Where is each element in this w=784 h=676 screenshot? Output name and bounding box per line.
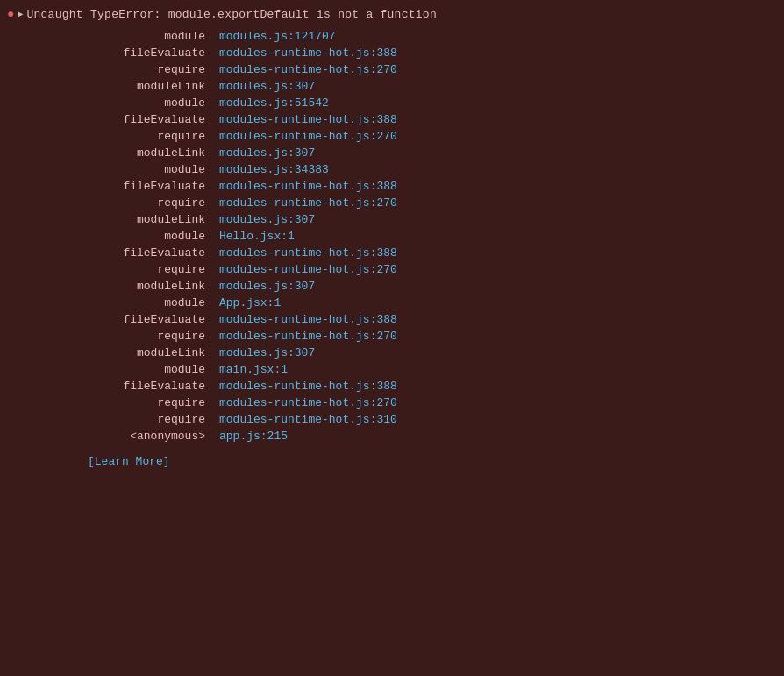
frame-location[interactable]: main.jsx:1 [219, 363, 288, 376]
stack-row: requiremodules-runtime-hot.js:270 [0, 61, 784, 78]
stack-row: modulemain.jsx:1 [0, 361, 784, 378]
console-panel: ● ▶ Uncaught TypeError: module.exportDef… [0, 0, 784, 676]
frame-name: require [88, 196, 219, 210]
frame-name: moduleLink [88, 280, 219, 293]
frame-name: module [88, 296, 219, 310]
frame-location[interactable]: modules-runtime-hot.js:270 [219, 130, 397, 143]
stack-row: fileEvaluatemodules-runtime-hot.js:388 [0, 311, 784, 328]
frame-location[interactable]: modules.js:307 [219, 346, 315, 359]
frame-name: fileEvaluate [88, 113, 219, 126]
stack-trace: modulemodules.js:121707fileEvaluatemodul… [0, 28, 784, 453]
frame-name: fileEvaluate [88, 246, 219, 260]
frame-location[interactable]: modules-runtime-hot.js:388 [219, 113, 397, 126]
frame-name: moduleLink [88, 146, 219, 160]
stack-row: modulemodules.js:51542 [0, 95, 784, 111]
frame-location[interactable]: modules.js:307 [219, 146, 315, 160]
frame-location[interactable]: modules-runtime-hot.js:388 [219, 246, 397, 260]
frame-location[interactable]: modules.js:307 [219, 280, 315, 293]
stack-row: requiremodules-runtime-hot.js:310 [0, 411, 784, 428]
frame-name: require [88, 263, 219, 276]
frame-location[interactable]: modules-runtime-hot.js:388 [219, 380, 397, 393]
stack-row: requiremodules-runtime-hot.js:270 [0, 195, 784, 211]
error-message: Uncaught TypeError: module.exportDefault… [26, 8, 437, 21]
stack-row: <anonymous>app.js:215 [0, 428, 784, 445]
stack-row: fileEvaluatemodules-runtime-hot.js:388 [0, 245, 784, 261]
frame-name: module [88, 363, 219, 376]
stack-row: moduleLinkmodules.js:307 [0, 345, 784, 361]
frame-location[interactable]: modules-runtime-hot.js:270 [219, 263, 397, 276]
frame-location[interactable]: modules-runtime-hot.js:270 [219, 330, 397, 343]
stack-row: modulemodules.js:121707 [0, 28, 784, 45]
learn-more-link[interactable]: [Learn More] [88, 455, 170, 468]
stack-row: requiremodules-runtime-hot.js:270 [0, 128, 784, 145]
frame-location[interactable]: modules-runtime-hot.js:388 [219, 313, 397, 326]
stack-row: fileEvaluatemodules-runtime-hot.js:388 [0, 111, 784, 128]
frame-location[interactable]: modules.js:307 [219, 213, 315, 226]
stack-row: moduleLinkmodules.js:307 [0, 145, 784, 161]
frame-name: module [88, 163, 219, 176]
frame-name: require [88, 130, 219, 143]
frame-name: fileEvaluate [88, 46, 219, 60]
stack-row: requiremodules-runtime-hot.js:270 [0, 328, 784, 345]
frame-location[interactable]: modules-runtime-hot.js:270 [219, 196, 397, 210]
frame-name: fileEvaluate [88, 313, 219, 326]
frame-name: module [88, 230, 219, 243]
frame-name: moduleLink [88, 80, 219, 93]
frame-location[interactable]: App.jsx:1 [219, 296, 281, 310]
frame-location[interactable]: modules-runtime-hot.js:310 [219, 413, 397, 426]
stack-row: moduleLinkmodules.js:307 [0, 278, 784, 295]
frame-location[interactable]: modules.js:51542 [219, 96, 329, 110]
error-header: ● ▶ Uncaught TypeError: module.exportDef… [0, 0, 784, 28]
frame-location[interactable]: modules-runtime-hot.js:388 [219, 46, 397, 60]
frame-name: fileEvaluate [88, 180, 219, 193]
stack-row: requiremodules-runtime-hot.js:270 [0, 395, 784, 411]
frame-location[interactable]: modules-runtime-hot.js:270 [219, 63, 397, 76]
stack-row: fileEvaluatemodules-runtime-hot.js:388 [0, 45, 784, 61]
frame-name: require [88, 330, 219, 343]
frame-location[interactable]: modules.js:307 [219, 80, 315, 93]
learn-more[interactable]: [Learn More] [0, 453, 784, 468]
frame-name: require [88, 413, 219, 426]
error-icon: ● [7, 7, 14, 21]
stack-row: fileEvaluatemodules-runtime-hot.js:388 [0, 178, 784, 195]
frame-location[interactable]: app.js:215 [219, 430, 288, 443]
stack-row: fileEvaluatemodules-runtime-hot.js:388 [0, 378, 784, 395]
frame-name: require [88, 396, 219, 409]
frame-name: moduleLink [88, 213, 219, 226]
stack-row: moduleHello.jsx:1 [0, 228, 784, 245]
frame-name: module [88, 30, 219, 43]
frame-name: moduleLink [88, 346, 219, 359]
frame-location[interactable]: Hello.jsx:1 [219, 230, 295, 243]
frame-location[interactable]: modules-runtime-hot.js:388 [219, 180, 397, 193]
stack-row: requiremodules-runtime-hot.js:270 [0, 261, 784, 278]
stack-row: moduleLinkmodules.js:307 [0, 211, 784, 228]
frame-location[interactable]: modules-runtime-hot.js:270 [219, 396, 397, 409]
frame-name: <anonymous> [88, 430, 219, 443]
frame-name: require [88, 63, 219, 76]
frame-name: fileEvaluate [88, 380, 219, 393]
frame-location[interactable]: modules.js:34383 [219, 163, 329, 176]
frame-name: module [88, 96, 219, 110]
frame-location[interactable]: modules.js:121707 [219, 30, 336, 43]
stack-row: modulemodules.js:34383 [0, 161, 784, 178]
expand-arrow[interactable]: ▶ [18, 9, 23, 19]
stack-row: moduleApp.jsx:1 [0, 295, 784, 311]
stack-row: moduleLinkmodules.js:307 [0, 78, 784, 95]
